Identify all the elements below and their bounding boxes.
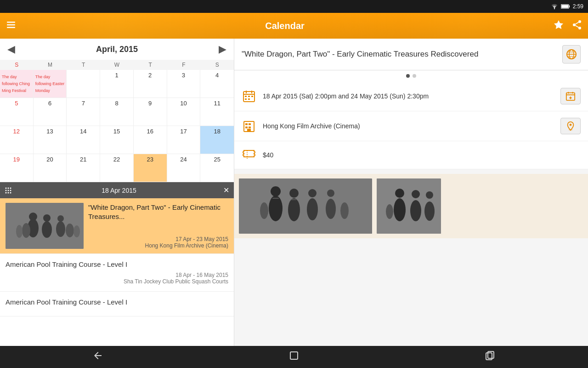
strip-image-1[interactable]	[239, 178, 372, 234]
cal-cell-20[interactable]: 20	[34, 154, 67, 182]
svg-rect-57	[247, 129, 251, 132]
prev-month-button[interactable]: ◀	[7, 43, 15, 55]
calendar-add-button[interactable]	[560, 88, 581, 104]
pool-event-1[interactable]: American Pool Training Course - Level I …	[0, 254, 234, 292]
svg-point-31	[74, 225, 80, 237]
cal-week-4: 19 20 21 22 23 24 25	[0, 154, 234, 182]
event-thumbnail	[6, 203, 84, 249]
cal-cell-22[interactable]: 22	[100, 154, 134, 182]
cal-cell-16[interactable]: 16	[134, 126, 167, 154]
home-button[interactable]	[288, 350, 300, 364]
building-icon	[242, 119, 256, 133]
strip-image-2[interactable]	[377, 178, 441, 234]
dot-2	[413, 74, 416, 78]
cal-cell-15[interactable]: 15	[100, 126, 134, 154]
svg-line-10	[576, 25, 579, 27]
svg-point-25	[43, 214, 51, 222]
cal-cell-ching-ming[interactable]: The day following Ching Ming Festival	[0, 70, 34, 98]
detail-price-row: $40	[234, 141, 588, 169]
cal-cell-18[interactable]: 18	[200, 126, 234, 154]
detail-event-title: "White Dragon, Part Two" - Early Cinemat…	[242, 49, 562, 59]
svg-point-71	[340, 202, 349, 219]
hamburger-menu-button[interactable]	[6, 19, 17, 32]
svg-point-23	[29, 213, 37, 221]
cal-cell-17[interactable]: 17	[167, 126, 201, 154]
featured-event-item[interactable]: "White Dragon, Part Two" - Early Cinemat…	[0, 198, 234, 254]
cal-cell-10[interactable]: 10	[167, 98, 201, 126]
svg-rect-41	[245, 96, 247, 97]
cal-cell-21[interactable]: 21	[67, 154, 100, 182]
cal-cell-25[interactable]: 25	[200, 154, 234, 182]
svg-point-62	[269, 196, 283, 221]
next-month-button[interactable]: ▶	[219, 43, 226, 55]
svg-rect-6	[7, 27, 15, 29]
svg-point-9	[578, 27, 581, 29]
svg-point-78	[412, 190, 420, 198]
recents-button[interactable]	[485, 350, 496, 364]
day-header-thu: T	[134, 60, 167, 70]
map-button[interactable]	[560, 118, 581, 134]
calendar-month-year: April, 2015	[96, 45, 138, 54]
cal-cell-3[interactable]: 3	[167, 70, 201, 98]
svg-point-63	[271, 186, 281, 196]
cal-cell-6[interactable]: 6	[34, 98, 67, 126]
strip-image-2-content	[377, 178, 441, 234]
calendar-header: ◀ April, 2015 ▶	[0, 39, 234, 60]
svg-rect-56	[249, 126, 251, 128]
pool-event-1-date-range: 18 Apr - 16 May 2015	[6, 272, 228, 278]
status-time: 2:59	[573, 3, 583, 10]
globe-button[interactable]	[562, 45, 581, 63]
svg-point-8	[573, 23, 576, 26]
cal-cell-2[interactable]: 2	[134, 70, 167, 98]
svg-point-19	[8, 192, 9, 193]
dots-grid-icon	[5, 187, 12, 194]
cal-cell-23[interactable]: 23	[134, 154, 167, 182]
svg-point-75	[394, 198, 406, 221]
svg-point-26	[56, 221, 65, 237]
day-header-mon: M	[34, 60, 67, 70]
battery-icon	[561, 4, 570, 9]
svg-rect-54	[249, 123, 251, 125]
calendar-icon	[242, 89, 256, 104]
cal-week-2: 5 6 7 8 9 10 11	[0, 98, 234, 126]
cal-cell-13[interactable]: 13	[34, 126, 67, 154]
cal-cell-19[interactable]: 19	[0, 154, 34, 182]
calendar-grid: The day following Ching Ming Festival Th…	[0, 70, 234, 182]
cal-cell-7[interactable]: 7	[67, 98, 100, 126]
featured-event-title: "White Dragon, Part Two" - Early Cinemat…	[88, 203, 228, 221]
event-date-close-button[interactable]: ✕	[223, 186, 229, 195]
cal-cell-easter-monday[interactable]: The day following Easter Monday	[34, 70, 67, 98]
featured-event-date-range: 17 Apr - 23 May 2015	[88, 236, 228, 242]
cal-cell-12[interactable]: 12	[0, 126, 34, 154]
svg-point-68	[326, 199, 336, 219]
pool-event-1-meta: 18 Apr - 16 May 2015 Sha Tin Jockey Club…	[6, 272, 228, 285]
back-button[interactable]	[92, 350, 103, 364]
detail-info: 18 Apr 2015 (Sat) 2:00pm and 24 May 2015…	[234, 81, 588, 169]
image-strip	[234, 174, 588, 238]
star-button[interactable]	[553, 19, 564, 33]
detail-date-text: 18 Apr 2015 (Sat) 2:00pm and 24 May 2015…	[263, 92, 554, 100]
svg-rect-61	[239, 178, 372, 234]
detail-venue-text: Hong Kong Film Archive (Cinema)	[263, 122, 554, 130]
app-bar: Calendar	[0, 13, 588, 39]
cal-cell-24[interactable]: 24	[167, 154, 201, 182]
cal-cell-4[interactable]: 4	[200, 70, 234, 98]
pool-event-2[interactable]: American Pool Training Course - Level I	[0, 292, 234, 316]
cal-cell-1[interactable]: 1	[100, 70, 134, 98]
svg-point-16	[8, 190, 9, 191]
svg-rect-42	[248, 96, 250, 97]
cal-cell-8[interactable]: 8	[100, 98, 134, 126]
star-icon	[553, 19, 564, 30]
cal-cell-9[interactable]: 9	[134, 98, 167, 126]
svg-rect-5	[7, 24, 15, 26]
left-panel: ◀ April, 2015 ▶ S M T W T F S The day fo…	[0, 39, 234, 346]
svg-point-67	[308, 189, 317, 197]
cal-week-3: 12 13 14 15 16 17 18	[0, 126, 234, 154]
cal-cell-5[interactable]: 5	[0, 98, 34, 126]
share-button[interactable]	[571, 19, 582, 33]
day-header-tue: T	[67, 60, 100, 70]
svg-rect-73	[291, 199, 296, 200]
cal-cell-11[interactable]: 11	[200, 98, 234, 126]
hamburger-icon	[6, 19, 17, 30]
cal-cell-14[interactable]: 14	[67, 126, 100, 154]
